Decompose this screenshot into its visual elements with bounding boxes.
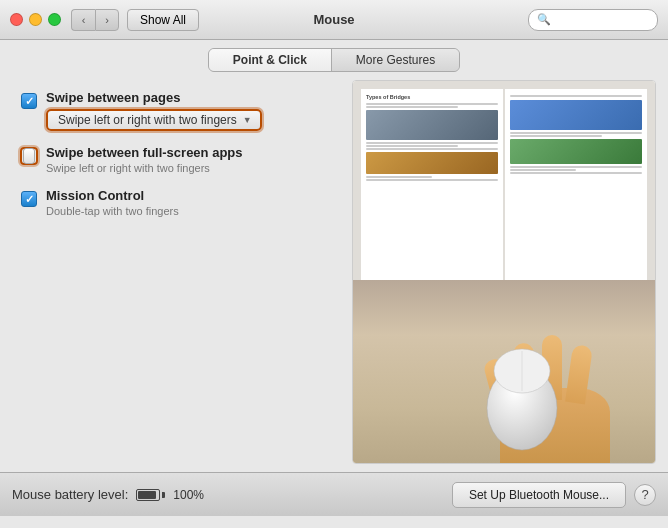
dropdown-label: Swipe left or right with two fingers — [58, 113, 237, 127]
blue-image — [510, 100, 642, 130]
close-button[interactable] — [10, 13, 23, 26]
maximize-button[interactable] — [48, 13, 61, 26]
mission-control-checkbox[interactable]: ✓ — [21, 191, 37, 207]
preview-panel: Types of Bridges — [352, 80, 656, 464]
left-panel: ✓ Swipe between pages Swipe left or righ… — [12, 80, 342, 464]
nav-buttons: ‹ › — [71, 9, 119, 31]
battery-fill — [138, 491, 156, 499]
swipe-pages-dropdown[interactable]: Swipe left or right with two fingers ▼ — [46, 109, 262, 131]
hand-mouse-area — [353, 280, 655, 463]
main-content: ✓ Swipe between pages Swipe left or righ… — [0, 72, 668, 472]
dropdown-wrap: Swipe left or right with two fingers ▼ — [46, 109, 336, 131]
swipe-fullscreen-checkbox[interactable] — [23, 148, 35, 164]
swipe-fullscreen-checkbox-wrap[interactable] — [20, 147, 38, 165]
book-page-title: Types of Bridges — [366, 94, 498, 100]
swipe-fullscreen-title: Swipe between full-screen apps — [46, 145, 336, 160]
traffic-lights — [10, 13, 61, 26]
tab-point-click[interactable]: Point & Click — [209, 49, 332, 71]
titlebar: ‹ › Show All Mouse 🔍 — [0, 0, 668, 40]
battery-tip — [162, 492, 165, 498]
battery-icon — [136, 489, 165, 501]
bottom-bar: Mouse battery level: 100% Set Up Bluetoo… — [0, 472, 668, 516]
search-box: 🔍 — [528, 9, 658, 31]
setup-bluetooth-button[interactable]: Set Up Bluetooth Mouse... — [452, 482, 626, 508]
tab-more-gestures[interactable]: More Gestures — [332, 49, 459, 71]
window-title: Mouse — [313, 12, 354, 27]
battery-level-text: 100% — [173, 488, 204, 502]
back-button[interactable]: ‹ — [71, 9, 95, 31]
green-image — [510, 139, 642, 164]
search-input[interactable] — [555, 13, 649, 27]
mission-control-text: Mission Control Double-tap with two fing… — [46, 188, 336, 217]
swipe-pages-checkbox[interactable]: ✓ — [21, 93, 37, 109]
setting-swipe-pages: ✓ Swipe between pages Swipe left or righ… — [12, 84, 342, 137]
setting-mission-control: ✓ Mission Control Double-tap with two fi… — [12, 182, 342, 223]
swipe-pages-checkbox-wrap[interactable]: ✓ — [20, 92, 38, 110]
dropdown-arrow-icon: ▼ — [243, 115, 252, 125]
swipe-pages-title: Swipe between pages — [46, 90, 336, 105]
setting-swipe-fullscreen: Swipe between full-screen apps Swipe lef… — [12, 139, 342, 180]
tabs-container: Point & Click More Gestures — [208, 48, 460, 72]
mission-control-subtitle: Double-tap with two fingers — [46, 205, 336, 217]
book-spread: Types of Bridges — [353, 81, 655, 291]
battery-prefix: Mouse battery level: — [12, 487, 128, 502]
forward-button[interactable]: › — [95, 9, 119, 31]
book-page-left: Types of Bridges — [361, 89, 503, 283]
search-icon: 🔍 — [537, 13, 551, 26]
mission-control-title: Mission Control — [46, 188, 336, 203]
swipe-fullscreen-text: Swipe between full-screen apps Swipe lef… — [46, 145, 336, 174]
magic-mouse-svg — [477, 333, 567, 453]
mission-control-checkbox-wrap[interactable]: ✓ — [20, 190, 38, 208]
swipe-pages-text: Swipe between pages Swipe left or right … — [46, 90, 336, 131]
battery-body — [136, 489, 160, 501]
preview-area: Types of Bridges — [353, 81, 655, 463]
help-button[interactable]: ? — [634, 484, 656, 506]
show-all-button[interactable]: Show All — [127, 9, 199, 31]
tabs-bar: Point & Click More Gestures — [0, 40, 668, 72]
minimize-button[interactable] — [29, 13, 42, 26]
book-page-right — [505, 89, 647, 283]
tower-image — [366, 152, 498, 174]
bridge-image — [366, 110, 498, 140]
swipe-fullscreen-subtitle: Swipe left or right with two fingers — [46, 162, 336, 174]
